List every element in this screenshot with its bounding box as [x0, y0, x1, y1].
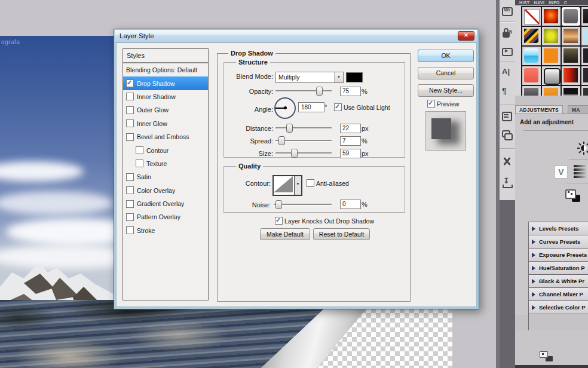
brightness-contrast-icon[interactable] [577, 142, 588, 155]
panel-tab-info[interactable]: INFO [549, 1, 559, 5]
style-item-gradient-overlay[interactable]: Gradient Overlay [123, 197, 208, 210]
contour-picker[interactable]: ▼ [272, 175, 302, 196]
style-item-contour[interactable]: Contour [123, 143, 208, 157]
angle-value[interactable]: 180 [298, 102, 324, 112]
style-item-blending-options-default[interactable]: Blending Options: Default [123, 63, 208, 76]
notes-panel-icon[interactable] [502, 111, 513, 122]
style-item-bevel-and-emboss[interactable]: Bevel and Emboss [123, 130, 208, 143]
slider-thumb[interactable] [291, 149, 298, 158]
checkbox-texture[interactable] [136, 160, 143, 167]
tab-adjustments[interactable]: ADJUSTMENTS [515, 105, 563, 114]
preset-selective-color-p[interactable]: Selective Color P [529, 301, 588, 314]
checkbox-inner-shadow[interactable] [126, 93, 134, 100]
opacity-value[interactable]: 75 [340, 87, 361, 96]
style-item-stroke[interactable]: Stroke [123, 224, 208, 237]
slider-thumb[interactable] [286, 124, 293, 133]
style-swatch-orange2[interactable] [542, 86, 561, 96]
ok-button[interactable]: OK [418, 50, 474, 62]
noise-slider[interactable] [274, 200, 332, 208]
panel-tab-hist[interactable]: HIST [519, 1, 530, 5]
preset-curves-presets[interactable]: Curves Presets [529, 235, 588, 249]
style-swatch-orange[interactable] [542, 47, 561, 65]
style-swatch-cut-dark[interactable] [581, 7, 588, 26]
opacity-slider[interactable] [275, 87, 332, 95]
spread-slider[interactable] [275, 136, 332, 145]
checkbox-satin[interactable] [126, 173, 134, 181]
style-item-inner-shadow[interactable]: Inner Shadow [123, 90, 208, 103]
shadow-color-swatch[interactable] [346, 72, 363, 82]
preset-channel-mixer-p[interactable]: Channel Mixer P [529, 288, 588, 301]
levels-icon[interactable] [574, 165, 588, 179]
anti-aliased-checkbox[interactable] [307, 179, 314, 187]
checkbox-drop-shadow[interactable] [126, 79, 134, 87]
mini-bridge-icon[interactable]: Mb [502, 6, 513, 17]
checkbox-stroke[interactable] [126, 226, 134, 234]
checkbox-contour[interactable] [136, 146, 143, 154]
style-item-pattern-overlay[interactable]: Pattern Overlay [123, 210, 208, 223]
preset-black-white-pr[interactable]: Black & White Pr [529, 275, 588, 288]
preview-checkbox[interactable] [427, 100, 435, 108]
dialog-titlebar[interactable]: Layer Style [115, 30, 477, 42]
style-swatch-salmon[interactable] [522, 66, 541, 85]
preset-hue-saturation-p[interactable]: Hue/Saturation P [529, 262, 588, 275]
checkbox-gradient-overlay[interactable] [126, 200, 134, 208]
noise-value[interactable]: 0 [340, 200, 361, 209]
style-item-texture[interactable]: Texture [123, 157, 208, 170]
style-swatch-red-glow[interactable] [542, 7, 561, 26]
layer-comps-icon[interactable] [502, 130, 513, 141]
preset-exposure-presets[interactable]: Exposure Presets [529, 249, 588, 262]
style-swatch-black-white[interactable] [562, 86, 580, 96]
style-item-color-overlay[interactable]: Color Overlay [123, 184, 208, 197]
preset-levels-presets[interactable]: Levels Presets [529, 222, 588, 235]
chevron-down-icon[interactable]: ▼ [294, 176, 301, 195]
style-swatch-red-black[interactable] [562, 66, 580, 85]
style-item-inner-glow[interactable]: Inner Glow [123, 117, 208, 130]
size-value[interactable]: 59 [340, 149, 361, 158]
slider-thumb[interactable] [316, 87, 323, 96]
style-swatch-yellow[interactable] [542, 27, 561, 45]
panel-tab-navi[interactable]: NAVI [534, 1, 545, 5]
style-swatch-cut-dark4[interactable] [581, 86, 588, 96]
style-item-drop-shadow[interactable]: Drop Shadow [123, 76, 208, 90]
clipped-layers-icon[interactable] [540, 351, 554, 363]
actions-icon[interactable]: ▶ [502, 47, 513, 57]
size-slider[interactable] [275, 149, 332, 157]
style-swatch-metal[interactable] [542, 66, 561, 85]
tab-masks[interactable]: MA [568, 105, 588, 114]
slider-thumb[interactable] [275, 200, 282, 209]
style-swatch-dark-olive[interactable] [562, 47, 580, 65]
reset-default-button[interactable]: Reset to Default [313, 228, 370, 240]
checkbox-outer-glow[interactable] [126, 106, 134, 114]
download-tray-icon[interactable]: ↧ [502, 178, 513, 189]
style-item-outer-glow[interactable]: Outer Glow [123, 103, 208, 116]
vibrance-icon[interactable]: V [555, 165, 568, 179]
checkbox-pattern-overlay[interactable] [126, 213, 134, 221]
paragraph-panel-icon[interactable]: ¶ [502, 86, 513, 97]
style-swatch-sunset[interactable] [562, 27, 580, 45]
knockout-checkbox[interactable] [275, 217, 283, 225]
checkbox-bevel-and-emboss[interactable] [126, 133, 134, 141]
spread-value[interactable]: 7 [340, 136, 361, 146]
photo-filter-icon[interactable] [565, 189, 582, 204]
distance-value[interactable]: 22 [340, 124, 361, 133]
style-swatch-cut-dark2[interactable] [581, 47, 588, 65]
cancel-button[interactable]: Cancel [418, 67, 474, 79]
make-default-button[interactable]: Make Default [260, 228, 310, 240]
style-swatch-glossy-cyan[interactable] [522, 47, 541, 65]
character-panel-icon[interactable]: A| [502, 67, 513, 78]
slider-thumb[interactable] [278, 136, 285, 145]
chevron-down-icon[interactable]: ▼ [334, 72, 343, 82]
style-swatch-zigzag[interactable] [522, 27, 541, 45]
checkbox-color-overlay[interactable] [126, 186, 134, 194]
style-swatch-dark-gray[interactable] [522, 86, 541, 96]
angle-dial[interactable] [274, 97, 296, 119]
use-global-light-checkbox[interactable] [334, 103, 342, 111]
clone-source-icon[interactable]: 5 [502, 27, 513, 38]
style-swatch-gray-rounded[interactable] [562, 7, 580, 26]
style-item-satin[interactable]: Satin [123, 170, 208, 183]
new-style-button[interactable]: New Style... [418, 84, 474, 97]
checkbox-inner-glow[interactable] [126, 119, 134, 127]
style-swatch-no-style[interactable] [522, 7, 541, 26]
style-swatch-cut-dark3[interactable] [581, 66, 588, 85]
distance-slider[interactable] [275, 124, 332, 132]
